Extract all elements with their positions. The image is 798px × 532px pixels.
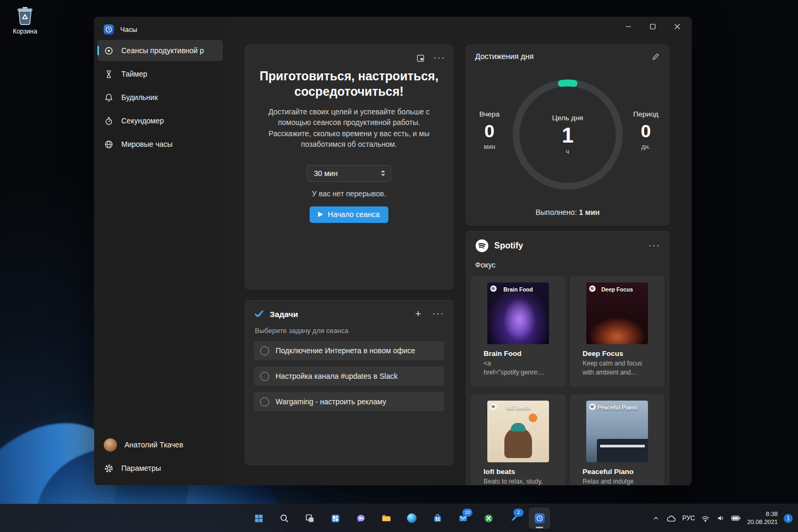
goal-unit: ч <box>566 148 569 155</box>
chat-icon <box>356 513 366 523</box>
add-task-button[interactable]: + <box>411 307 425 320</box>
file-explorer-button[interactable] <box>376 508 397 529</box>
xbox-icon <box>484 513 494 523</box>
chat-button[interactable] <box>350 508 371 529</box>
compact-overlay-button[interactable] <box>413 52 427 64</box>
tasks-card-actions: + ··· <box>411 307 445 320</box>
recycle-bin-shortcut[interactable]: Корзина <box>6 4 44 35</box>
start-button[interactable] <box>248 508 269 529</box>
sidebar-item-alarm[interactable]: Будильник <box>97 87 223 108</box>
task-label: Подключение Интернета в новом офисе <box>276 346 415 355</box>
tray-chevron-button[interactable] <box>652 514 660 522</box>
yesterday-unit: мин <box>469 143 510 151</box>
maximize-button[interactable] <box>641 17 665 36</box>
search-icon <box>279 513 289 523</box>
alarm-bell-icon <box>104 93 114 103</box>
task-radio[interactable] <box>260 346 269 355</box>
spotify-brand-label: Spotify <box>494 241 523 251</box>
plus-icon: + <box>415 310 421 318</box>
playlist-cover: lofi beats <box>487 401 549 462</box>
sidebar-item-label: Будильник <box>121 93 158 102</box>
search-button[interactable] <box>273 508 295 529</box>
spotify-more-button[interactable]: ··· <box>647 239 661 252</box>
playlist-tile-deep-focus[interactable]: Deep Focus Deep Focus Keep calm and focu… <box>570 276 664 387</box>
tasks-more-button[interactable]: ··· <box>431 307 445 320</box>
sidebar-item-world-clock[interactable]: Мировые часы <box>97 134 223 155</box>
widgets-button[interactable] <box>325 508 346 529</box>
volume-button[interactable] <box>716 514 725 522</box>
daily-progress-card: Достижения дня Цель дня 1 ч Вчера 0 мин … <box>466 45 669 226</box>
breaks-note: У вас нет перерывов. <box>245 189 453 198</box>
clock-app-taskbar-button[interactable] <box>529 508 550 529</box>
sidebar-item-label: Секундомер <box>121 117 164 125</box>
wifi-button[interactable] <box>701 514 710 522</box>
close-button[interactable] <box>665 17 689 36</box>
playlist-description: <a href="spotify:genre:... <box>484 359 553 377</box>
mail-button[interactable]: 10 <box>452 508 473 529</box>
edge-button[interactable] <box>401 508 422 529</box>
playlist-title: lofi beats <box>484 468 553 476</box>
world-clock-icon <box>104 139 114 149</box>
pen-app-button[interactable]: 2 <box>503 508 525 529</box>
tasks-card-title: Задачи <box>270 310 298 319</box>
play-icon <box>318 212 323 217</box>
tasks-card: Задачи + ··· Выберите задачу для сеанса … <box>245 300 453 465</box>
focus-sessions-icon <box>104 46 114 56</box>
tasks-subtitle: Выберите задачу для сеанса <box>255 327 453 335</box>
task-view-button[interactable] <box>299 508 320 529</box>
task-row[interactable]: Подключение Интернета в новом офисе <box>254 341 444 360</box>
sidebar-item-focus-sessions[interactable]: Сеансы продуктивной р <box>97 40 223 61</box>
playlist-title: Brain Food <box>484 350 553 358</box>
sidebar-item-stopwatch[interactable]: Секундомер <box>97 110 223 131</box>
spinner-chevrons-icon[interactable] <box>381 170 385 176</box>
speaker-icon <box>716 514 725 522</box>
start-session-button[interactable]: Начало сеанса <box>310 206 388 223</box>
app-title: Часы <box>120 26 137 34</box>
maximize-icon <box>650 23 656 30</box>
user-account-item[interactable]: Анатолий Ткачев <box>97 434 223 455</box>
task-radio[interactable] <box>260 372 269 381</box>
sidebar-item-timer[interactable]: Таймер <box>97 63 223 85</box>
sidebar-bottom: Анатолий Ткачев Параметры <box>94 434 226 481</box>
sidebar-item-settings[interactable]: Параметры <box>97 458 223 479</box>
task-row[interactable]: Настройка канала #updates в Slack <box>254 367 444 386</box>
store-icon <box>433 513 443 523</box>
taskbar-center-icons: 10 2 <box>248 508 550 529</box>
playlist-tile-lofi-beats[interactable]: lofi beats lofi beats Beats to relax, st… <box>471 394 566 485</box>
playlist-tile-brain-food[interactable]: Brain Food Brain Food <a href="spotify:g… <box>471 276 566 387</box>
period-value: 0 <box>625 121 667 141</box>
onedrive-button[interactable] <box>666 514 676 522</box>
store-button[interactable] <box>427 508 448 529</box>
xbox-button[interactable] <box>478 508 499 529</box>
minimize-button[interactable] <box>616 17 641 36</box>
notification-count-badge[interactable]: 1 <box>784 514 793 523</box>
spotify-header: Spotify ··· <box>467 231 669 253</box>
spotify-logo-icon <box>475 239 489 253</box>
playlist-cover: Peaceful Piano <box>586 401 648 462</box>
edit-goal-button[interactable] <box>649 50 662 63</box>
language-indicator[interactable]: РУС <box>682 514 695 522</box>
playlist-description: Keep calm and focus with ambient and... <box>583 359 652 377</box>
start-session-label: Начало сеанса <box>328 210 380 219</box>
clock-app-icon <box>104 24 114 35</box>
settings-label: Параметры <box>121 464 161 472</box>
playlist-cover: Brain Food <box>487 282 549 344</box>
stopwatch-icon <box>104 116 114 126</box>
task-radio[interactable] <box>260 397 269 406</box>
tray-date: 20.08.2021 <box>747 518 778 526</box>
playlist-description: Relax and indulge <box>583 477 652 485</box>
sidebar-item-label: Мировые часы <box>121 140 172 148</box>
playlist-tile-peaceful-piano[interactable]: Peaceful Piano Peaceful Piano Relax and … <box>570 394 664 485</box>
task-row[interactable]: Wargaming - настроить рекламу <box>254 392 444 411</box>
sidebar-item-label: Сеансы продуктивной р <box>121 46 204 55</box>
completed-value: 1 мин <box>579 208 600 217</box>
clock-date-tray[interactable]: 8:38 20.08.2021 <box>747 510 778 526</box>
spotify-card: Spotify ··· Фокус Brain Food Brain Food … <box>466 231 669 485</box>
goal-label: Цель дня <box>552 114 583 122</box>
duration-select[interactable]: 30 мин <box>307 165 391 182</box>
todo-check-icon <box>254 309 264 319</box>
goal-stat: Цель дня 1 ч <box>511 78 624 191</box>
more-options-button[interactable]: ··· <box>433 52 446 64</box>
battery-button[interactable] <box>731 514 741 522</box>
minimize-icon <box>625 23 631 30</box>
